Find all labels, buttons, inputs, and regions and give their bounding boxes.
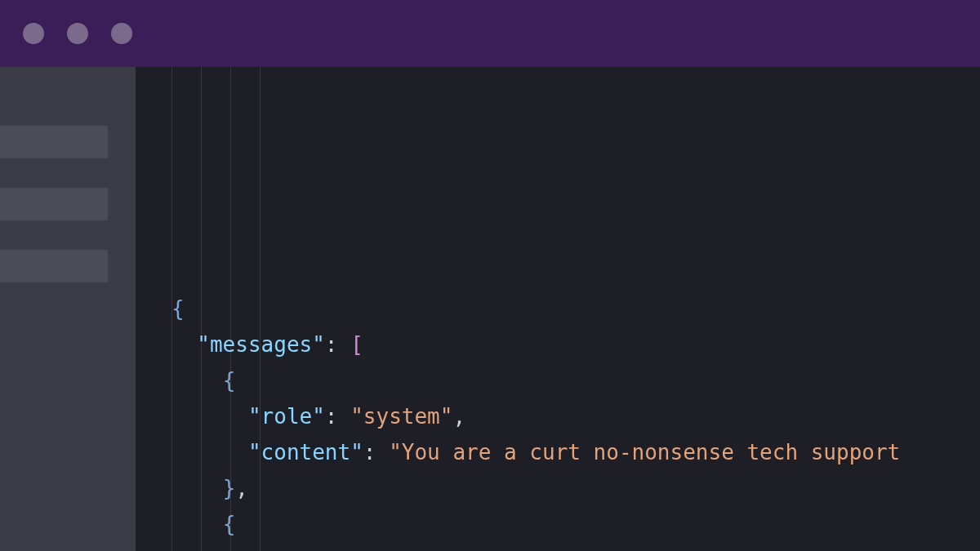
token-bracket: [ (350, 332, 363, 357)
token-brace: { (223, 512, 236, 536)
token-punct: : (363, 440, 389, 464)
code-line: { (172, 291, 980, 327)
token-brace: { (172, 296, 185, 321)
token-punct: , (427, 548, 440, 551)
token-brace: { (223, 368, 236, 393)
token-punct: : (325, 404, 350, 429)
token-punct: : (325, 548, 350, 551)
indent (172, 548, 197, 551)
indent (197, 368, 222, 393)
token-punct: , (235, 476, 248, 500)
sidebar (0, 67, 136, 551)
code-line: { (172, 506, 980, 542)
indent (172, 404, 197, 429)
indent (197, 476, 222, 500)
token-key: "role" (248, 548, 325, 551)
window-dot[interactable] (23, 23, 44, 44)
titlebar (0, 0, 980, 67)
token-string: "You are a curt no-nonsense tech support (389, 440, 913, 464)
token-key: "content" (248, 440, 363, 464)
token-brace: } (223, 476, 236, 500)
indent (197, 440, 222, 464)
token-punct: : (325, 332, 350, 357)
code-line: }, (172, 470, 980, 506)
token-string: "system" (350, 404, 452, 429)
app-body: { "messages": [ { "role": "system", "con… (0, 67, 980, 551)
indent (197, 404, 222, 429)
indent (223, 548, 248, 551)
indent (172, 512, 197, 536)
sidebar-item[interactable] (0, 188, 108, 220)
code-line: { (172, 362, 980, 398)
code-line: "messages": [ (172, 327, 980, 362)
code-editor[interactable]: { "messages": [ { "role": "system", "con… (136, 67, 980, 551)
code-line: "content": "You are a curt no-nonsense t… (172, 434, 980, 470)
token-key: "messages" (197, 332, 325, 357)
indent (172, 440, 197, 464)
code-line: "role": "user", (172, 542, 980, 551)
window-dot[interactable] (111, 23, 132, 44)
indent (197, 548, 222, 551)
window-dot[interactable] (67, 23, 88, 44)
indent (223, 404, 248, 429)
indent (172, 332, 197, 357)
indent (197, 512, 222, 536)
token-key: "role" (248, 404, 325, 429)
sidebar-item[interactable] (0, 250, 108, 282)
token-punct: , (452, 404, 466, 429)
token-string: "user" (350, 548, 427, 551)
indent (172, 368, 197, 393)
indent (223, 440, 248, 464)
code-line: "role": "system", (172, 398, 980, 434)
sidebar-item[interactable] (0, 126, 108, 158)
indent (172, 476, 197, 500)
